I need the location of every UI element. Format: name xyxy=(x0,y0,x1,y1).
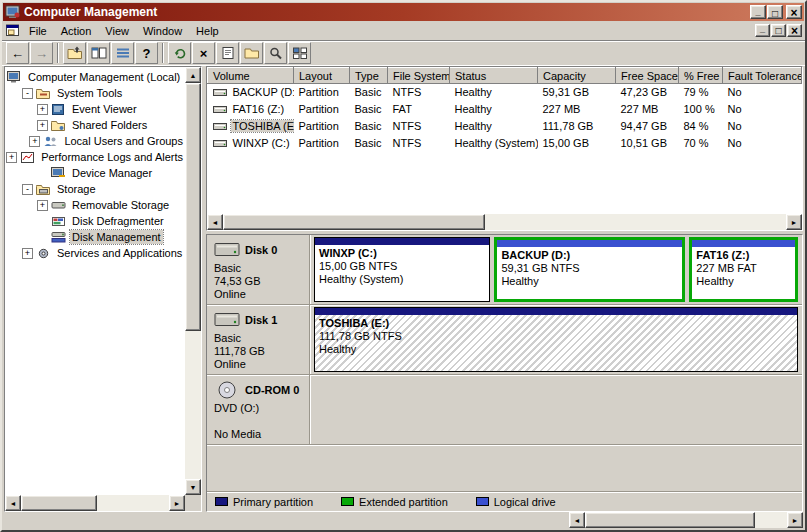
refresh-button[interactable] xyxy=(168,42,191,64)
column-header-fault-tolerance[interactable]: Fault Tolerance xyxy=(723,68,802,84)
volume-row-toshiba-e[interactable]: TOSHIBA (E:)PartitionBasicNTFSHealthy111… xyxy=(208,118,802,135)
disk-info-disk-1[interactable]: Disk 1Basic111,78 GBOnline xyxy=(207,305,310,374)
bottom-horizontal-scrollbar[interactable] xyxy=(569,512,803,528)
column-header-free[interactable]: % Free xyxy=(679,68,723,84)
partition-winxp-c[interactable]: WINXP (C:)15,00 GB NTFSHealthy (System) xyxy=(314,237,490,302)
scroll-down-button[interactable] xyxy=(185,479,201,495)
volume-row-fat16-z[interactable]: FAT16 (Z:)PartitionBasicFATHealthy227 MB… xyxy=(208,101,802,118)
menu-file[interactable]: File xyxy=(22,23,54,39)
menu-view[interactable]: View xyxy=(98,23,136,39)
scroll-left-button[interactable] xyxy=(5,495,21,511)
volume-row-winxp-c[interactable]: WINXP (C:)PartitionBasicNTFSHealthy (Sys… xyxy=(208,135,802,152)
cell-status: Healthy xyxy=(450,84,538,101)
cell-layout: Partition xyxy=(294,101,350,118)
column-header-status[interactable]: Status xyxy=(450,68,538,84)
disk-info-disk-0[interactable]: Disk 0Basic74,53 GBOnline xyxy=(207,235,310,304)
volume-row-backup-d[interactable]: BACKUP (D:)PartitionBasicNTFSHealthy59,3… xyxy=(208,84,802,101)
cell-type: Basic xyxy=(350,101,388,118)
scroll-thumb[interactable] xyxy=(223,214,485,230)
help-button[interactable]: ? xyxy=(135,42,158,64)
mdi-restore-button[interactable] xyxy=(771,24,786,37)
close-icon xyxy=(790,5,797,20)
scroll-left-button[interactable] xyxy=(207,214,223,230)
tree-item-services-and-applications[interactable]: +Services and Applications xyxy=(5,245,185,261)
console-tree-button[interactable] xyxy=(87,42,110,64)
expand-toggle-icon[interactable]: + xyxy=(29,136,40,147)
tree-horizontal-scrollbar[interactable] xyxy=(5,495,185,511)
tree-item-event-viewer[interactable]: +Event Viewer xyxy=(5,101,185,117)
column-header-volume[interactable]: Volume xyxy=(208,68,294,84)
column-header-file-system[interactable]: File System xyxy=(388,68,450,84)
find-icon xyxy=(268,46,284,60)
volume-list-horizontal-scrollbar[interactable] xyxy=(207,214,802,230)
tree-item-local-users-and-groups[interactable]: +Local Users and Groups xyxy=(5,133,185,149)
column-header-layout[interactable]: Layout xyxy=(294,68,350,84)
views-button[interactable] xyxy=(288,42,311,64)
properties-button[interactable] xyxy=(216,42,239,64)
partition-body: WINXP (C:)15,00 GB NTFSHealthy (System) xyxy=(315,245,489,301)
partition-status: Healthy xyxy=(501,275,678,288)
tree-item-computer-management-local[interactable]: Computer Management (Local) xyxy=(5,69,185,85)
disk-name: Disk 1 xyxy=(245,314,277,326)
scroll-right-button[interactable] xyxy=(786,214,802,230)
tree-item-shared-folders[interactable]: +Shared Folders xyxy=(5,117,185,133)
partition-size: 59,31 GB NTFS xyxy=(501,262,678,275)
up-button[interactable] xyxy=(63,42,86,64)
minimize-icon xyxy=(760,26,765,36)
tree-item-device-manager[interactable]: Device Manager xyxy=(5,165,185,181)
export-list-button[interactable] xyxy=(111,42,134,64)
tree-item-performance-logs-and-alerts[interactable]: +Performance Logs and Alerts xyxy=(5,149,185,165)
tree-item-removable-storage[interactable]: +Removable Storage xyxy=(5,197,185,213)
menu-action[interactable]: Action xyxy=(54,23,99,39)
delete-button[interactable]: × xyxy=(192,42,215,64)
open-folder-button[interactable] xyxy=(240,42,263,64)
scroll-left-button[interactable] xyxy=(569,512,585,528)
scroll-right-button[interactable] xyxy=(169,495,185,511)
partition-backup-d[interactable]: BACKUP (D:)59,31 GB NTFSHealthy xyxy=(494,237,685,302)
tree-item-storage[interactable]: -Storage xyxy=(5,181,185,197)
expand-toggle-icon[interactable]: + xyxy=(37,104,48,115)
tree-vertical-scrollbar[interactable] xyxy=(185,67,201,495)
scroll-thumb[interactable] xyxy=(185,83,201,331)
partition-label: TOSHIBA (E:) xyxy=(319,317,793,330)
column-header-type[interactable]: Type xyxy=(350,68,388,84)
bottom-filler xyxy=(4,512,569,528)
partition-label: FAT16 (Z:) xyxy=(696,249,791,262)
partition-label: BACKUP (D:) xyxy=(501,249,678,262)
menu-help[interactable]: Help xyxy=(189,23,226,39)
main-area: Computer Management (Local)-System Tools… xyxy=(2,66,805,512)
tree-item-disk-management[interactable]: Disk Management xyxy=(5,229,185,245)
partition-toshiba-e[interactable]: TOSHIBA (E:)111,78 GB NTFSHealthy xyxy=(314,307,798,372)
forward-button[interactable]: → xyxy=(30,42,53,64)
scroll-thumb[interactable] xyxy=(21,495,97,511)
window-title: Computer Management xyxy=(24,5,750,19)
details-pane: VolumeLayoutTypeFile SystemStatusCapacit… xyxy=(206,66,803,512)
close-button[interactable] xyxy=(786,5,802,19)
right-arrow-icon xyxy=(791,219,798,226)
tree-item-system-tools[interactable]: -System Tools xyxy=(5,85,185,101)
partition-status: Healthy xyxy=(696,275,791,288)
expand-toggle-icon[interactable]: + xyxy=(22,248,33,259)
mdi-close-button[interactable] xyxy=(787,24,802,37)
expand-toggle-icon[interactable]: + xyxy=(37,200,48,211)
back-button[interactable]: ← xyxy=(6,42,29,64)
mdi-minimize-button[interactable] xyxy=(755,24,770,37)
collapse-toggle-icon[interactable]: - xyxy=(22,184,33,195)
title-bar[interactable]: Computer Management xyxy=(3,3,804,21)
expand-toggle-icon[interactable]: + xyxy=(37,120,48,131)
collapse-toggle-icon[interactable]: - xyxy=(22,88,33,99)
partition-fat16-z[interactable]: FAT16 (Z:)227 MB FATHealthy xyxy=(689,237,798,302)
scroll-right-button[interactable] xyxy=(787,512,803,528)
disk-info-cd-rom-0[interactable]: CD-ROM 0DVD (O:) No Media xyxy=(207,375,310,444)
menu-window[interactable]: Window xyxy=(136,23,189,39)
cell-fault-tolerance: No xyxy=(723,84,802,101)
column-header-free-space[interactable]: Free Space xyxy=(616,68,679,84)
column-header-capacity[interactable]: Capacity xyxy=(538,68,616,84)
scroll-thumb[interactable] xyxy=(585,512,755,528)
find-button[interactable] xyxy=(264,42,287,64)
maximize-button[interactable] xyxy=(767,5,783,19)
expand-toggle-icon[interactable]: + xyxy=(6,152,17,163)
tree-item-disk-defragmenter[interactable]: Disk Defragmenter xyxy=(5,213,185,229)
scroll-up-button[interactable] xyxy=(185,67,201,83)
minimize-button[interactable] xyxy=(750,5,766,19)
